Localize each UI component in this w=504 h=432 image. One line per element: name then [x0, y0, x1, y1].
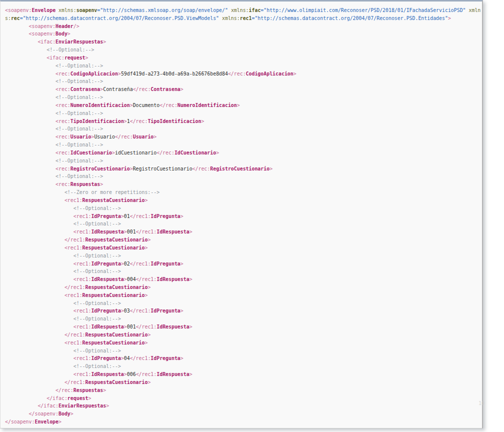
xml-tag-punct: <soapenv:: [5, 8, 32, 13]
code-line: <rec:NumeroIdentificacion>Documento</rec…: [5, 102, 482, 110]
code-line: <rec:RegistroCuestionario>RegistroCuesti…: [5, 165, 482, 173]
xml-tag-punct: >: [148, 380, 150, 385]
xml-tag-punct: </ifac:: [38, 403, 58, 408]
xml-tag-name: Body: [56, 31, 68, 36]
xml-tag-punct: <soapenv:: [29, 31, 56, 36]
xml-tag-punct: >: [144, 198, 148, 203]
xml-code-area: <soapenv:Envelope xmlns:soapenv="http://…: [0, 2, 482, 426]
xml-comment: <!--Optional:-->: [74, 206, 121, 211]
code-line: </rec1:RespuestaCuestionario>: [5, 236, 482, 244]
xml-tag-punct: <rec1:: [74, 356, 92, 361]
xml-tag-punct: <rec:: [56, 166, 70, 172]
xml-tag-punct: </rec1:: [64, 380, 86, 385]
xml-tag-name: IdRespuesta: [91, 229, 124, 234]
xml-tag-punct: >: [70, 411, 74, 416]
code-line: <rec:Respuestas>: [5, 180, 482, 188]
xml-comment: <!--Optional:-->: [56, 126, 103, 132]
xml-tag-punct: >: [270, 166, 272, 172]
xml-attr-prefix: xmlns:: [222, 16, 240, 21]
xml-tag-punct: </soapenv:: [5, 419, 34, 424]
code-line: <rec1:IdRespuesta>006</rec1:IdRespuesta>: [5, 370, 482, 378]
xml-text-content: 04: [124, 356, 130, 361]
xml-tag-name: IdRespuesta: [91, 276, 124, 282]
code-line: <ifac:request>: [5, 54, 482, 62]
xml-tag-punct: <rec1:: [64, 245, 82, 250]
code-line: </rec1:RespuestaCuestionario>: [5, 284, 482, 292]
xml-tag-punct: >: [86, 55, 88, 60]
xml-tag-punct: <rec:: [56, 118, 70, 124]
xml-tag-name: EnviarRespuestas: [56, 39, 103, 44]
xml-tag-punct: </rec1:: [64, 284, 86, 290]
code-line: <!--Optional:-->: [5, 347, 482, 355]
code-line: <rec1:RespuestaCuestionario>: [5, 339, 482, 347]
code-line: <!--Zero or more repetitions:-->: [5, 188, 482, 196]
xml-tag-punct: <rec1:: [74, 229, 92, 234]
xml-tag-name: IdRespuesta: [156, 229, 189, 234]
xml-tag-punct: >: [103, 39, 106, 44]
xml-text-content: Contraseña: [103, 86, 132, 92]
xml-tag-punct: >: [180, 308, 184, 314]
code-line: <rec1:IdPregunta>04</rec1:IdPregunta>: [5, 354, 482, 362]
xml-attr-name: rec: [11, 16, 20, 21]
xml-comment: <!--Optional:-->: [74, 268, 121, 274]
xml-tag-punct: >: [68, 31, 70, 36]
xml-comment: <!--Optional:-->: [56, 142, 103, 148]
code-line: <!--Optional:-->: [5, 157, 482, 165]
code-line: <!--Optional:-->: [5, 110, 482, 118]
code-line: <soapenv:Header/>: [5, 22, 482, 30]
xml-tag-name: IdPregunta: [150, 214, 180, 219]
code-line: <soapenv:Envelope xmlns:soapenv="http://…: [5, 6, 482, 14]
code-line: </ifac:request>: [5, 394, 482, 402]
xml-tag-punct: >: [294, 71, 296, 76]
xml-text-content: Documento: [133, 102, 160, 108]
xml-tag-punct: </rec1:: [130, 214, 151, 219]
xml-tag-name: Usuario: [133, 134, 154, 140]
xml-comment: <!--Optional:-->: [46, 47, 94, 52]
xml-tag-punct: >: [180, 214, 184, 219]
xml-comment: <!--Optional:-->: [74, 316, 121, 322]
code-line: <!--Optional:-->: [5, 94, 482, 102]
xml-tag-punct: </rec:: [228, 71, 246, 76]
xml-tag-punct: >: [180, 261, 184, 266]
xml-comment: <!--Zero or more repetitions:-->: [64, 190, 160, 195]
xml-comment: <!--Optional:-->: [56, 110, 103, 116]
xml-tag-punct: <rec:: [56, 182, 70, 187]
code-line: <soapenv:Body>: [5, 30, 482, 38]
xml-attr-value: ="http://www.olimpiait.com/Reconoser/PSD…: [260, 8, 466, 13]
xml-tag-name: IdPregunta: [150, 356, 180, 361]
xml-request-editor[interactable]: <soapenv:Envelope xmlns:soapenv="http://…: [0, 0, 483, 428]
xml-tag-name: IdPregunta: [91, 308, 120, 314]
xml-tag-name: Header: [56, 24, 74, 29]
xml-tag-name: IdRespuesta: [156, 372, 189, 377]
xml-tag-punct: >: [448, 16, 451, 21]
xml-tag-punct: />: [74, 24, 80, 29]
xml-tag-punct: </rec:: [192, 166, 210, 172]
xml-tag-name: Body: [58, 411, 70, 416]
xml-tag-punct: </rec1:: [130, 356, 151, 361]
xml-attr-prefix: xmln: [469, 8, 481, 13]
xml-text-content: 03: [124, 308, 130, 314]
xml-tag-name: IdRespuesta: [91, 372, 124, 377]
xml-tag-name: Respuestas: [70, 182, 100, 187]
xml-tag-punct: >: [190, 229, 192, 234]
code-line: <rec1:RespuestaCuestionario>: [5, 244, 482, 252]
xml-tag-name: Contrasena: [70, 86, 100, 92]
xml-tag-name: IdRespuesta: [91, 324, 124, 330]
code-line: <!--Optional:-->: [5, 315, 482, 323]
xml-tag-punct: <rec1:: [74, 261, 92, 266]
xml-tag-name: RegistroCuestionario: [70, 166, 130, 172]
xml-tag-punct: </ifac:: [46, 396, 68, 401]
code-line: <rec:IdCuestionario>idCuestionario</rec:…: [5, 149, 482, 157]
code-line: s:rec="http://schemas.datacontract.org/2…: [5, 14, 482, 22]
code-line: <rec:Contrasena>Contraseña</rec:Contrase…: [5, 86, 482, 94]
xml-tag-punct: >: [190, 324, 192, 330]
xml-tag-name: TipoIdentificacion: [148, 118, 201, 124]
xml-text-content: idCuestionario: [115, 150, 156, 156]
code-line: <!--Optional:-->: [5, 220, 482, 228]
xml-tag-punct: >: [144, 292, 148, 298]
xml-tag-name: NumeroIdentificacion: [178, 102, 237, 108]
code-line: <!--Optional:-->: [5, 204, 482, 212]
code-line: </soapenv:Body>: [5, 410, 482, 418]
xml-tag-punct: <rec1:: [64, 292, 82, 298]
xml-tag-name: RespuestaCuestionario: [82, 198, 145, 203]
